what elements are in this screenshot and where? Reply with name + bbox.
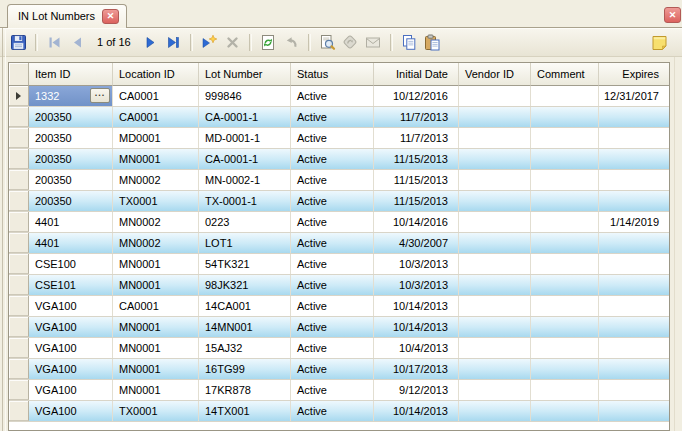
cell-lot-number[interactable]: 14MN001 bbox=[199, 317, 291, 337]
cell-comment[interactable] bbox=[531, 149, 599, 169]
cell-item-id[interactable]: 200350 bbox=[29, 149, 113, 169]
cell-location-id[interactable]: MN0001 bbox=[113, 149, 199, 169]
table-row[interactable]: 200350 MN0001 CA-0001-1 Active 11/15/201… bbox=[9, 149, 669, 170]
cell-lot-number[interactable]: 16TG99 bbox=[199, 359, 291, 379]
row-selector[interactable] bbox=[9, 401, 29, 421]
col-header-vendor-id[interactable]: Vendor ID bbox=[459, 63, 531, 86]
col-header-item-id[interactable]: Item ID bbox=[29, 63, 113, 86]
cell-comment[interactable] bbox=[531, 380, 599, 400]
cell-status[interactable]: Active bbox=[291, 275, 374, 295]
cell-status[interactable]: Active bbox=[291, 317, 374, 337]
cell-initial-date[interactable]: 11/7/2013 bbox=[374, 128, 459, 148]
cell-expires[interactable] bbox=[599, 317, 669, 337]
cell-location-id[interactable]: MN0002 bbox=[113, 212, 199, 232]
cell-comment[interactable] bbox=[531, 191, 599, 211]
cell-expires[interactable] bbox=[599, 380, 669, 400]
cell-expires[interactable] bbox=[599, 170, 669, 190]
cell-initial-date[interactable]: 10/14/2016 bbox=[374, 212, 459, 232]
undo-button[interactable] bbox=[281, 32, 302, 53]
col-header-status[interactable]: Status bbox=[291, 63, 374, 86]
table-row[interactable]: 4401 MN0002 LOT1 Active 4/30/2007 bbox=[9, 233, 669, 254]
cell-vendor-id[interactable] bbox=[459, 191, 531, 211]
table-row[interactable]: VGA100 MN0001 17KR878 Active 9/12/2013 bbox=[9, 380, 669, 401]
email-button[interactable] bbox=[363, 32, 384, 53]
process-button[interactable] bbox=[340, 32, 361, 53]
row-selector[interactable] bbox=[9, 149, 29, 169]
cell-lot-number[interactable]: 999846 bbox=[199, 86, 291, 106]
cell-status[interactable]: Active bbox=[291, 338, 374, 358]
cell-status[interactable]: Active bbox=[291, 380, 374, 400]
cell-item-id[interactable]: 4401 bbox=[29, 212, 113, 232]
cell-initial-date[interactable]: 10/4/2013 bbox=[374, 338, 459, 358]
cell-location-id[interactable]: TX0001 bbox=[113, 191, 199, 211]
cell-item-id[interactable]: CSE100 bbox=[29, 254, 113, 274]
last-record-button[interactable] bbox=[163, 32, 184, 53]
cell-location-id[interactable]: MN0001 bbox=[113, 338, 199, 358]
previous-record-button[interactable] bbox=[67, 32, 88, 53]
cell-lot-number[interactable]: 54TK321 bbox=[199, 254, 291, 274]
cell-vendor-id[interactable] bbox=[459, 275, 531, 295]
table-row[interactable]: 200350 MN0002 MN-0002-1 Active 11/15/201… bbox=[9, 170, 669, 191]
cell-lot-number[interactable]: 15AJ32 bbox=[199, 338, 291, 358]
cell-comment[interactable] bbox=[531, 212, 599, 232]
cell-lot-number[interactable]: CA-0001-1 bbox=[199, 107, 291, 127]
window-close-icon[interactable]: ✕ bbox=[664, 7, 681, 23]
next-record-button[interactable] bbox=[140, 32, 161, 53]
table-row[interactable]: VGA100 TX0001 14TX001 Active 10/14/2013 bbox=[9, 401, 669, 422]
cell-status[interactable]: Active bbox=[291, 107, 374, 127]
cell-lot-number[interactable]: MD-0001-1 bbox=[199, 128, 291, 148]
cell-location-id[interactable]: CA0001 bbox=[113, 107, 199, 127]
cell-vendor-id[interactable] bbox=[459, 149, 531, 169]
cell-comment[interactable] bbox=[531, 401, 599, 421]
cell-vendor-id[interactable] bbox=[459, 107, 531, 127]
row-selector-current[interactable] bbox=[9, 86, 29, 106]
cell-status[interactable]: Active bbox=[291, 254, 374, 274]
row-selector[interactable] bbox=[9, 338, 29, 358]
cell-initial-date[interactable]: 10/14/2013 bbox=[374, 317, 459, 337]
cell-expires[interactable] bbox=[599, 296, 669, 316]
tab-in-lot-numbers[interactable]: IN Lot Numbers ✕ bbox=[7, 4, 127, 28]
cell-initial-date[interactable]: 10/12/2016 bbox=[374, 86, 459, 106]
table-row[interactable]: 4401 MN0002 0223 Active 10/14/2016 1/14/… bbox=[9, 212, 669, 233]
cell-expires[interactable] bbox=[599, 254, 669, 274]
cell-vendor-id[interactable] bbox=[459, 380, 531, 400]
cell-item-id[interactable]: VGA100 bbox=[29, 317, 113, 337]
cell-location-id[interactable]: MN0001 bbox=[113, 380, 199, 400]
cell-vendor-id[interactable] bbox=[459, 401, 531, 421]
cell-expires[interactable] bbox=[599, 149, 669, 169]
row-selector[interactable] bbox=[9, 359, 29, 379]
cell-comment[interactable] bbox=[531, 86, 599, 106]
print-preview-button[interactable] bbox=[317, 32, 338, 53]
cell-status[interactable]: Active bbox=[291, 170, 374, 190]
table-row[interactable]: 200350 MD0001 MD-0001-1 Active 11/7/2013 bbox=[9, 128, 669, 149]
table-row[interactable]: VGA100 CA0001 14CA001 Active 10/14/2013 bbox=[9, 296, 669, 317]
cell-lot-number[interactable]: LOT1 bbox=[199, 233, 291, 253]
cell-location-id[interactable]: MN0001 bbox=[113, 275, 199, 295]
cell-expires[interactable] bbox=[599, 338, 669, 358]
cell-expires[interactable] bbox=[599, 275, 669, 295]
cell-comment[interactable] bbox=[531, 359, 599, 379]
delete-button[interactable] bbox=[222, 32, 243, 53]
cell-initial-date[interactable]: 11/15/2013 bbox=[374, 191, 459, 211]
first-record-button[interactable] bbox=[44, 32, 65, 53]
cell-location-id[interactable]: MN0002 bbox=[113, 170, 199, 190]
cell-vendor-id[interactable] bbox=[459, 254, 531, 274]
cell-item-id[interactable]: VGA100 bbox=[29, 401, 113, 421]
refresh-button[interactable] bbox=[258, 32, 279, 53]
table-row[interactable]: CSE101 MN0001 98JK321 Active 10/3/2013 bbox=[9, 275, 669, 296]
cell-location-id[interactable]: CA0001 bbox=[113, 86, 199, 106]
cell-status[interactable]: Active bbox=[291, 296, 374, 316]
cell-status[interactable]: Active bbox=[291, 86, 374, 106]
row-selector[interactable] bbox=[9, 170, 29, 190]
cell-item-id[interactable]: 200350 bbox=[29, 191, 113, 211]
cell-comment[interactable] bbox=[531, 338, 599, 358]
tab-close-icon[interactable]: ✕ bbox=[102, 9, 119, 24]
cell-location-id[interactable]: CA0001 bbox=[113, 296, 199, 316]
col-header-expires[interactable]: Expires bbox=[599, 63, 669, 86]
cell-initial-date[interactable]: 4/30/2007 bbox=[374, 233, 459, 253]
cell-expires[interactable]: 1/14/2019 bbox=[599, 212, 669, 232]
cell-item-id[interactable]: VGA100 bbox=[29, 359, 113, 379]
cell-expires[interactable] bbox=[599, 128, 669, 148]
cell-vendor-id[interactable] bbox=[459, 296, 531, 316]
row-selector[interactable] bbox=[9, 212, 29, 232]
